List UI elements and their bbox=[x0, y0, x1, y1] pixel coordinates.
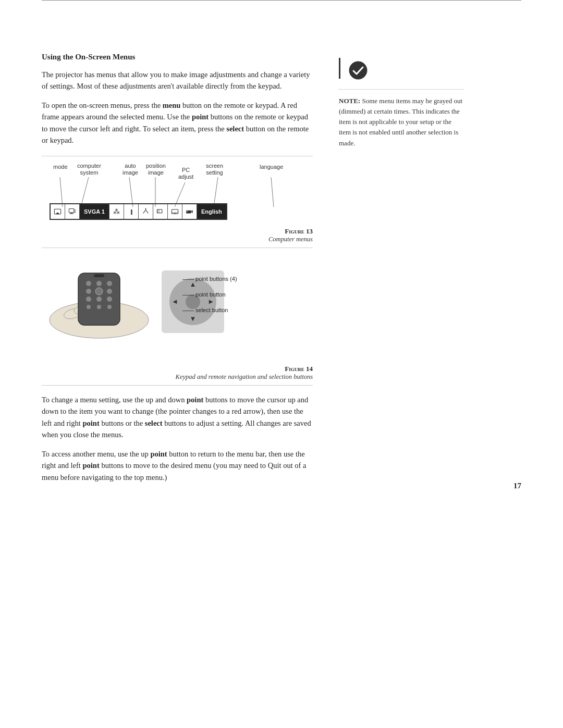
vertical-bar-icon bbox=[339, 58, 340, 79]
paragraph-4: To access another menu, use the up point… bbox=[42, 448, 313, 483]
svg-point-41 bbox=[97, 305, 101, 309]
para3-text3: buttons or the bbox=[100, 419, 145, 427]
paragraph-3: To change a menu setting, use the up and… bbox=[42, 394, 313, 441]
svg-marker-23 bbox=[191, 210, 192, 213]
figure-14-inner: ▲ ▼ ◄ ► —— point buttons (4) —— po bbox=[42, 257, 313, 362]
menu-item-screen1 bbox=[153, 204, 168, 219]
dotted-rule bbox=[339, 89, 464, 90]
note-text: NOTE: Some menu items may be grayed out … bbox=[339, 96, 464, 149]
menu-diagram: mode computersystem autoimage positionim… bbox=[42, 163, 313, 225]
para4-text1: To access another menu, use the up bbox=[42, 450, 150, 458]
menu-item-screen3 bbox=[182, 204, 197, 219]
figure-13-caption: Figure 13 Computer menus bbox=[42, 225, 313, 243]
menu-item-svga: SVGA 1 bbox=[80, 204, 109, 219]
svg-point-31 bbox=[86, 281, 91, 286]
svg-point-33 bbox=[107, 281, 112, 286]
checkmark-icon bbox=[346, 58, 371, 83]
arrow-left-icon: ◄ bbox=[172, 298, 178, 306]
svg-point-34 bbox=[86, 289, 91, 294]
svg-point-24 bbox=[187, 211, 188, 212]
label-select-button: —— select button bbox=[182, 304, 237, 316]
svg-point-15 bbox=[145, 208, 146, 209]
label-point-button: —— point button bbox=[182, 289, 237, 300]
para3-text1: To change a menu setting, use the up and… bbox=[42, 396, 187, 404]
svg-point-44 bbox=[349, 61, 367, 79]
figure-13-desc: Computer menus bbox=[42, 236, 313, 243]
svg-rect-12 bbox=[70, 213, 74, 214]
para2-bold3: select bbox=[226, 125, 244, 133]
menu-item-computer bbox=[65, 204, 80, 219]
para3-bold2: point bbox=[83, 419, 100, 427]
svg-rect-9 bbox=[56, 214, 59, 214]
figure-14-labels: —— point buttons (4) —— point button —— … bbox=[182, 273, 237, 316]
para2-bold1: menu bbox=[163, 101, 181, 109]
para4-bold1: point bbox=[150, 450, 167, 458]
label-point-buttons-4: —— point buttons (4) bbox=[182, 273, 237, 285]
para2-bold2: point bbox=[192, 113, 209, 121]
top-rule bbox=[42, 0, 521, 1]
svg-point-39 bbox=[107, 297, 112, 302]
checkmark-svg bbox=[348, 60, 368, 80]
svg-point-38 bbox=[96, 297, 102, 302]
figure-14-caption: Figure 14 Keypad and remote navigation a… bbox=[42, 363, 313, 381]
sidebar-column: NOTE: Some menu items may be grayed out … bbox=[328, 53, 485, 490]
para4-bold2: point bbox=[83, 461, 100, 470]
menu-item-mode bbox=[51, 204, 65, 219]
svg-point-35 bbox=[95, 288, 103, 295]
section-title: Using the On-Screen Menus bbox=[42, 53, 313, 61]
arrow-down-icon: ▼ bbox=[190, 315, 197, 323]
paragraph-1: The projector has menus that allow you t… bbox=[42, 69, 313, 92]
menu-bar: SVGA 1 ⁂ ||| bbox=[50, 203, 227, 220]
main-column: Using the On-Screen Menus The projector … bbox=[0, 53, 328, 490]
svg-point-42 bbox=[107, 305, 112, 309]
note-label: NOTE: bbox=[339, 97, 360, 105]
menu-item-screen2 bbox=[168, 204, 182, 219]
remote-svg bbox=[42, 257, 156, 341]
figure-13-label: Figure 13 bbox=[42, 227, 313, 236]
svg-rect-10 bbox=[69, 208, 74, 213]
sidebar-icon-group bbox=[339, 58, 464, 83]
page-container: Using the On-Screen Menus The projector … bbox=[0, 21, 563, 522]
figure-14-desc: Keypad and remote navigation and selecti… bbox=[42, 373, 313, 381]
svg-line-0 bbox=[60, 177, 63, 207]
svg-point-32 bbox=[96, 281, 102, 286]
page-number: 17 bbox=[513, 482, 521, 490]
svg-point-37 bbox=[86, 297, 91, 302]
figure-14-label: Figure 14 bbox=[42, 365, 313, 373]
svg-line-2 bbox=[129, 177, 133, 207]
svg-point-36 bbox=[107, 289, 112, 294]
figure-13-container: mode computersystem autoimage positionim… bbox=[42, 156, 313, 248]
para3-bold1: point bbox=[187, 396, 203, 404]
sidebar-icon-area bbox=[339, 53, 464, 83]
svg-line-5 bbox=[214, 177, 218, 207]
para2-text1: To open the on-screen menus, press the bbox=[42, 101, 163, 109]
menu-item-position: ||| bbox=[124, 204, 139, 219]
menu-item-pc-adjust bbox=[139, 204, 153, 219]
svg-rect-17 bbox=[157, 209, 159, 212]
svg-line-6 bbox=[271, 177, 274, 207]
svg-line-1 bbox=[81, 177, 89, 207]
svg-rect-11 bbox=[70, 213, 72, 213]
figure-14-container: ▲ ▼ ◄ ► —— point buttons (4) —— po bbox=[42, 257, 313, 386]
menu-item-auto-image: ⁂ bbox=[109, 204, 124, 219]
svg-rect-8 bbox=[56, 213, 58, 214]
para3-bold3: select bbox=[145, 419, 163, 427]
paragraph-2: To open the on-screen menus, press the m… bbox=[42, 100, 313, 146]
menu-item-english: English bbox=[197, 204, 226, 219]
svg-rect-43 bbox=[94, 274, 104, 277]
svg-point-40 bbox=[87, 305, 91, 309]
